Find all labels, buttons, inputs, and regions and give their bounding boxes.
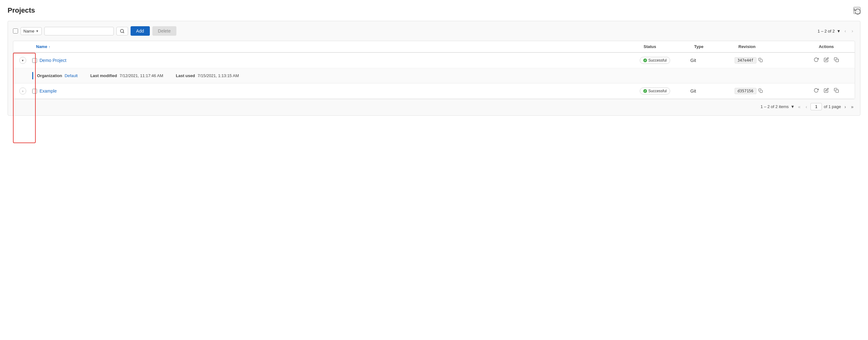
last-modified-detail: Last modified 7/12/2021, 11:17:46 AM (90, 73, 163, 78)
detail-content-demo: Organization Default Last modified 7/12/… (32, 72, 855, 79)
detail-row-demo: Organization Default Last modified 7/12/… (13, 68, 855, 83)
revision-hash-example: d357156 (735, 88, 756, 94)
type-cell-example: Git (690, 89, 735, 94)
expand-cell-example: › (13, 88, 32, 94)
project-link-demo[interactable]: Demo Project (39, 58, 66, 63)
org-label: Organization (37, 73, 62, 78)
table-row-group-example: › Example Successful Git (13, 84, 855, 99)
edit-button-example[interactable] (823, 87, 830, 95)
bottom-pagination: 1 – 2 of 2 items ▼ « ‹ of 1 page › » (13, 103, 855, 110)
copy-button-demo[interactable] (833, 57, 840, 64)
page-title: Projects (8, 6, 35, 14)
last-modified-label: Last modified (90, 73, 117, 78)
pagination-next[interactable]: › (843, 104, 848, 110)
copy-button-example[interactable] (833, 87, 840, 95)
svg-rect-5 (836, 90, 839, 93)
filter-dropdown[interactable]: Name ▼ (21, 27, 42, 35)
svg-rect-4 (760, 90, 763, 93)
page-header: Projects (8, 6, 860, 14)
last-used-label: Last used (176, 73, 195, 78)
collapse-button-demo[interactable]: ▾ (19, 57, 26, 64)
copy-icon-demo[interactable] (758, 58, 763, 63)
pagination-top-prev[interactable]: ‹ (843, 28, 848, 34)
search-input[interactable] (44, 27, 114, 35)
actions-cell-demo (798, 57, 855, 64)
th-expand (13, 44, 32, 49)
last-used-detail: Last used 7/15/2021, 1:13:15 AM (176, 73, 239, 78)
th-type: Type (690, 44, 735, 49)
name-cell-demo: Demo Project (32, 58, 640, 63)
pagination-prev[interactable]: ‹ (804, 104, 809, 110)
status-dot-icon (643, 58, 647, 62)
refresh-button-demo[interactable] (813, 57, 819, 64)
svg-line-1 (123, 32, 124, 33)
page-number-input[interactable] (810, 103, 822, 110)
history-button[interactable] (854, 7, 860, 14)
filter-label: Name (23, 29, 34, 33)
search-icon (120, 29, 125, 33)
delete-button[interactable]: Delete (152, 26, 176, 36)
add-button[interactable]: Add (130, 26, 150, 36)
refresh-button-example[interactable] (813, 87, 819, 95)
project-link-example[interactable]: Example (39, 89, 57, 94)
revision-hash-demo: 347e44f (735, 57, 756, 63)
edit-button-demo[interactable] (823, 57, 830, 64)
last-used-value: 7/15/2021, 1:13:15 AM (197, 73, 239, 78)
row-checkbox-demo[interactable] (32, 58, 37, 63)
last-modified-value: 7/12/2021, 11:17:46 AM (120, 73, 163, 78)
th-revision: Revision (735, 44, 798, 49)
table-row: › Example Successful Git (13, 84, 855, 99)
detail-spacer (13, 72, 32, 79)
table-row-group-demo: ▾ Demo Project Successful Git (13, 53, 855, 84)
th-actions: Actions (798, 44, 855, 49)
name-cell-example: Example (32, 89, 640, 94)
table-header: Name ↑ Status Type Revision Actions (13, 41, 855, 53)
status-cell-demo: Successful (640, 57, 690, 64)
copy-icon-example[interactable] (758, 89, 763, 94)
org-detail: Organization Default (37, 73, 78, 78)
pagination-top-chevron-icon: ▼ (837, 29, 841, 33)
sort-icon: ↑ (49, 45, 50, 49)
projects-table: Name ↑ Status Type Revision Actions ▾ (13, 41, 855, 99)
revision-cell-demo: 347e44f (735, 57, 798, 63)
search-button[interactable] (116, 27, 128, 35)
actions-cell-example (798, 87, 855, 95)
content-area: Name ▼ Add Delete 1 – 2 of 2 ▼ ‹ › (8, 21, 860, 116)
page-total-label: of 1 page (824, 104, 841, 109)
org-value-link[interactable]: Default (64, 73, 78, 78)
status-badge-example: Successful (640, 88, 670, 94)
pagination-bottom-range: 1 – 2 of 2 items (761, 104, 789, 109)
row-checkbox-example[interactable] (32, 89, 37, 94)
table-container: Name ↑ Status Type Revision Actions ▾ (13, 41, 855, 99)
select-all-checkbox[interactable] (13, 28, 18, 33)
svg-rect-3 (836, 59, 839, 62)
pagination-bottom-chevron-icon: ▼ (790, 104, 795, 109)
status-cell-example: Successful (640, 88, 690, 94)
th-name[interactable]: Name ↑ (32, 44, 640, 49)
th-status: Status (640, 44, 690, 49)
pagination-top-range: 1 – 2 of 2 (818, 29, 835, 33)
status-badge-demo: Successful (640, 57, 670, 64)
filter-chevron-icon: ▼ (36, 29, 39, 33)
pagination-last[interactable]: » (849, 104, 855, 110)
pagination-top: 1 – 2 of 2 ▼ ‹ › (818, 28, 855, 34)
svg-rect-2 (760, 59, 763, 62)
status-dot-icon (643, 89, 647, 93)
pagination-first[interactable]: « (797, 104, 802, 110)
revision-cell-example: d357156 (735, 88, 798, 94)
expand-button-example[interactable]: › (19, 88, 26, 94)
type-cell-demo: Git (690, 58, 735, 63)
table-row: ▾ Demo Project Successful Git (13, 53, 855, 68)
toolbar: Name ▼ Add Delete 1 – 2 of 2 ▼ ‹ › (13, 26, 855, 36)
pagination-top-next[interactable]: › (850, 28, 855, 34)
expand-cell-demo: ▾ (13, 57, 32, 64)
